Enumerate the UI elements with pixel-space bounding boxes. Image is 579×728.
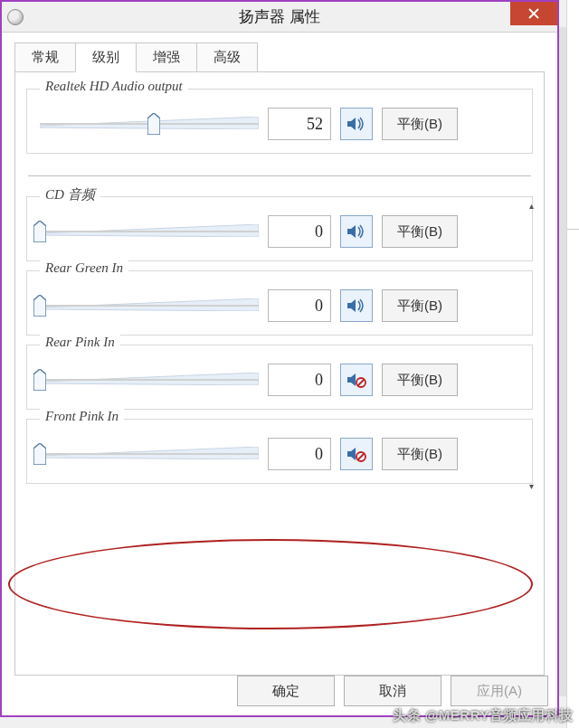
group-label: Front Pink In (40, 409, 124, 424)
volume-value[interactable] (268, 215, 331, 248)
inputs-scroll-area: CD 音频平衡(B)Rear Green In平衡(B)Rear Pink In… (26, 196, 533, 495)
tab-levels[interactable]: 级别 (75, 43, 137, 72)
properties-window: 扬声器 属性 常规 级别 增强 高级 Realtek HD Audio outp… (0, 0, 559, 717)
close-icon (528, 8, 539, 19)
annotation-ellipse (8, 539, 533, 629)
svg-line-13 (358, 380, 365, 386)
speaker-icon (346, 298, 366, 314)
watermark-text: 头条 @MERRY音频应用科技 (393, 707, 574, 724)
svg-marker-2 (347, 118, 356, 130)
window-title: 扬声器 属性 (239, 6, 320, 27)
balance-button[interactable]: 平衡(B) (382, 438, 458, 470)
group-input-2: Rear Pink In平衡(B) (26, 345, 533, 410)
group-input-3: Front Pink In平衡(B) (26, 419, 533, 484)
mute-button[interactable] (340, 364, 373, 396)
svg-marker-15 (33, 443, 46, 465)
titlebar: 扬声器 属性 (2, 2, 557, 33)
ok-button[interactable]: 确定 (237, 676, 335, 706)
svg-marker-10 (33, 369, 46, 391)
group-label: Rear Pink In (40, 335, 120, 350)
volume-slider[interactable] (40, 367, 259, 392)
volume-value[interactable] (268, 289, 331, 322)
balance-button[interactable]: 平衡(B) (382, 289, 458, 322)
speaker-muted-icon (346, 372, 366, 388)
volume-value[interactable] (268, 108, 331, 140)
balance-button[interactable]: 平衡(B) (382, 108, 458, 140)
svg-marker-4 (33, 221, 46, 242)
svg-marker-1 (147, 113, 160, 135)
apply-button[interactable]: 应用(A) (451, 676, 548, 706)
tab-general[interactable]: 常规 (14, 43, 76, 72)
volume-slider[interactable] (40, 441, 259, 467)
separator (28, 175, 531, 176)
volume-slider[interactable] (40, 219, 259, 244)
scroll-up-icon[interactable]: ▴ (522, 196, 540, 214)
volume-slider[interactable] (40, 111, 259, 137)
tab-enhance[interactable]: 增强 (136, 43, 197, 72)
svg-marker-7 (33, 295, 46, 317)
mute-button[interactable] (340, 438, 373, 470)
mute-button[interactable] (340, 289, 373, 322)
group-main-output: Realtek HD Audio output 平衡(B) (26, 89, 533, 154)
tab-advanced[interactable]: 高级 (196, 43, 258, 72)
group-label: Rear Green In (40, 260, 128, 276)
speaker-muted-icon (346, 446, 366, 462)
volume-slider[interactable] (40, 293, 259, 318)
svg-line-18 (358, 454, 365, 460)
volume-value[interactable] (268, 438, 331, 470)
svg-marker-5 (347, 225, 356, 238)
dialog-buttons: 确定 取消 应用(A) (237, 676, 548, 706)
volume-value[interactable] (268, 364, 331, 396)
mute-button[interactable] (340, 108, 373, 140)
svg-marker-11 (347, 373, 356, 386)
group-input-0: CD 音频平衡(B) (26, 196, 533, 261)
scroll-down-icon[interactable]: ▾ (522, 477, 540, 495)
svg-marker-8 (347, 299, 356, 312)
svg-marker-16 (347, 448, 356, 460)
tab-strip: 常规 级别 增强 高级 (14, 42, 557, 71)
speaker-icon (346, 223, 366, 240)
mute-button[interactable] (340, 215, 373, 248)
scrollbar[interactable]: ▴ ▾ (522, 196, 540, 495)
app-icon (7, 9, 24, 25)
balance-button[interactable]: 平衡(B) (382, 215, 458, 248)
group-label: CD 音频 (40, 186, 100, 203)
group-input-1: Rear Green In平衡(B) (26, 270, 533, 336)
speaker-icon (346, 116, 366, 132)
group-label: Realtek HD Audio output (40, 79, 188, 94)
tab-content: Realtek HD Audio output 平衡(B) (14, 71, 545, 676)
balance-button[interactable]: 平衡(B) (382, 364, 458, 396)
close-button[interactable] (510, 2, 557, 25)
cancel-button[interactable]: 取消 (344, 676, 441, 706)
